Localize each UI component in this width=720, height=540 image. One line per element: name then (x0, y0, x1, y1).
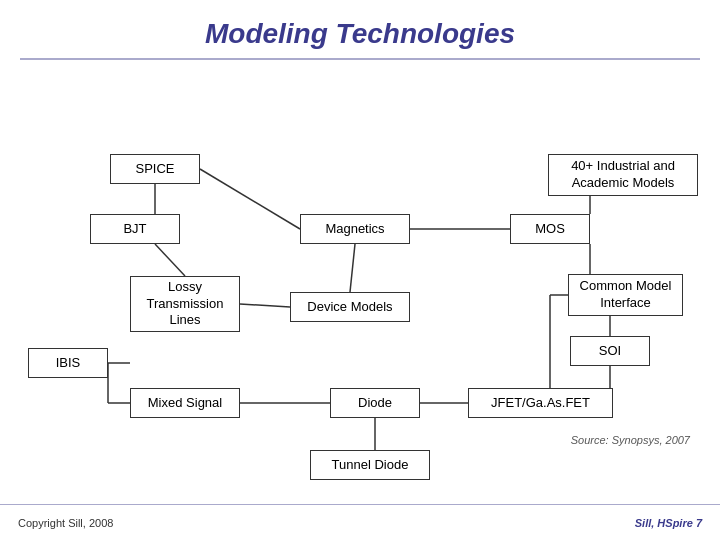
box-mos: MOS (510, 214, 590, 244)
box-lossy: Lossy Transmission Lines (130, 276, 240, 332)
box-soi: SOI (570, 336, 650, 366)
box-device: Device Models (290, 292, 410, 322)
box-tunnel: Tunnel Diode (310, 450, 430, 480)
box-ibis: IBIS (28, 348, 108, 378)
box-diode: Diode (330, 388, 420, 418)
svg-line-7 (155, 244, 185, 276)
title-divider (20, 58, 700, 60)
footer: Copyright Sill, 2008 Sill, HSpire 7 (0, 504, 720, 540)
svg-line-1 (200, 169, 300, 229)
svg-line-8 (240, 304, 290, 307)
page-title: Modeling Technologies (0, 0, 720, 58)
box-mixedsig: Mixed Signal (130, 388, 240, 418)
footer-brand: Sill, HSpire 7 (635, 517, 702, 529)
svg-line-15 (350, 244, 355, 292)
box-cmi: Common Model Interface (568, 274, 683, 316)
footer-copyright: Copyright Sill, 2008 (18, 517, 113, 529)
source-text: Source: Synopsys, 2007 (571, 434, 690, 446)
diagram-area: SPICE BJT Magnetics MOS Lossy Transmissi… (0, 66, 720, 496)
box-jfet: JFET/Ga.As.FET (468, 388, 613, 418)
box-magnetics: Magnetics (300, 214, 410, 244)
box-bjt: BJT (90, 214, 180, 244)
box-ind40: 40+ Industrial and Academic Models (548, 154, 698, 196)
box-spice: SPICE (110, 154, 200, 184)
